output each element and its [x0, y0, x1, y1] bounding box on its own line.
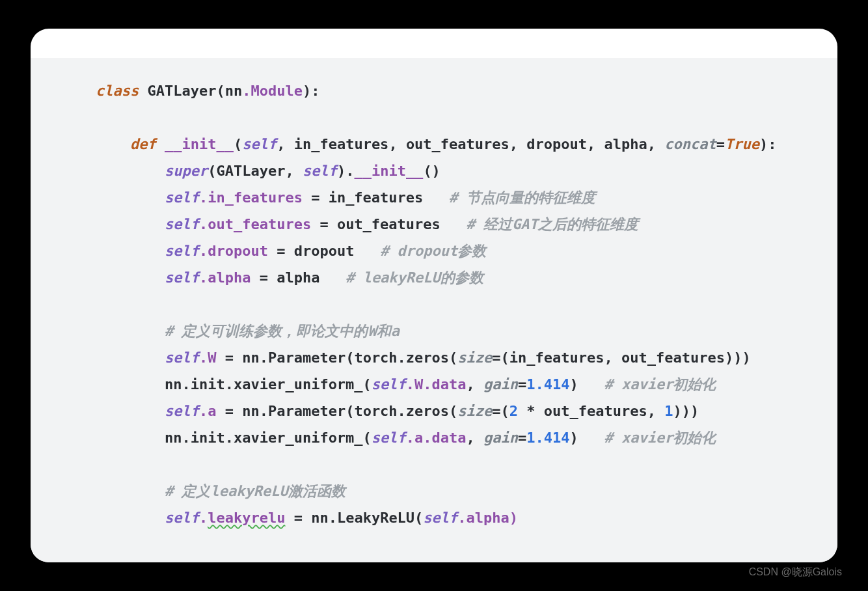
code-line-17: self.leakyrelu = nn.LeakyReLU(self.alpha… [31, 504, 837, 531]
code-line-10: # 定义可训练参数，即论文中的W和a [31, 318, 837, 344]
watermark: CSDN @晓源Galois [749, 566, 842, 579]
code-line-4: super(GATLayer, self).__init__() [31, 158, 837, 184]
code-line-3: def __init__(self, in_features, out_feat… [31, 131, 837, 158]
code-line-9 [31, 291, 837, 318]
code-line-8: self.alpha = alpha # leakyReLU的参数 [31, 264, 837, 291]
code-line-14: nn.init.xavier_uniform_(self.a.data, gai… [31, 424, 837, 451]
code-line-11: self.W = nn.Parameter(torch.zeros(size=(… [31, 344, 837, 371]
code-line-2 [31, 104, 837, 131]
code-line-12: nn.init.xavier_uniform_(self.W.data, gai… [31, 371, 837, 398]
code-line-16: # 定义leakyReLU激活函数 [31, 478, 837, 504]
code-line-15 [31, 451, 837, 478]
code-block: class GATLayer(nn.Module): def __init__(… [31, 58, 837, 562]
code-card: class GATLayer(nn.Module): def __init__(… [31, 29, 837, 562]
code-line-1: class GATLayer(nn.Module): [31, 77, 837, 104]
code-line-5: self.in_features = in_features # 节点向量的特征… [31, 184, 837, 211]
code-line-13: self.a = nn.Parameter(torch.zeros(size=(… [31, 398, 837, 424]
code-line-7: self.dropout = dropout # dropout参数 [31, 238, 837, 264]
code-line-6: self.out_features = out_features # 经过GAT… [31, 211, 837, 238]
